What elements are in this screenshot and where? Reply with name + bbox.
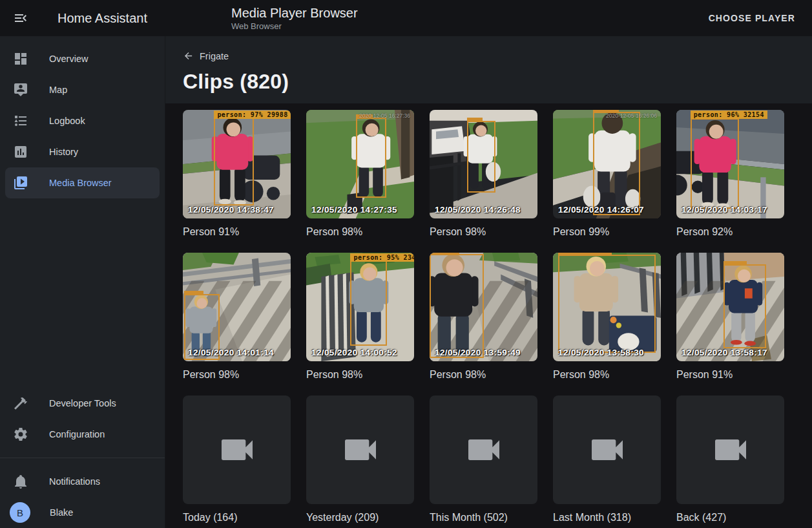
- clip-timestamp: 12/05/2020 14:00:52: [311, 348, 397, 357]
- clip-title: Person 98%: [553, 368, 661, 381]
- detection-tag-small: [430, 253, 459, 254]
- sidebar-item-label: Configuration: [49, 429, 105, 439]
- sidebar-secondary-list: Developer Tools Configuration: [0, 388, 165, 450]
- folder-card-last-month-[interactable]: Last Month (318): [553, 396, 661, 524]
- detection-box: [214, 116, 254, 206]
- clip-card[interactable]: 2020-12-05 16:26:0612/05/2020 14:26:07 P…: [553, 110, 661, 238]
- sidebar-item-notifications[interactable]: Notifications: [5, 466, 160, 497]
- clip-thumbnail: 2020-12-05 16:27:3612/05/2020 14:27:35: [306, 110, 414, 218]
- clip-timestamp: 12/05/2020 14:01:14: [188, 348, 274, 357]
- back-button[interactable]: Frigate: [183, 50, 229, 61]
- detection-tag: person: 95% 23432: [350, 253, 414, 262]
- clip-title: Person 98%: [430, 368, 537, 381]
- clip-timestamp: 12/05/2020 13:58:30: [558, 348, 644, 357]
- sidebar-toggle-icon[interactable]: [13, 10, 28, 26]
- back-label: Frigate: [200, 51, 229, 61]
- clip-thumbnail: 12/05/2020 13:58:30: [553, 253, 661, 361]
- clip-timestamp: 12/05/2020 13:58:17: [682, 348, 767, 357]
- folder-thumbnail: [676, 396, 784, 504]
- clip-card[interactable]: 2020-12-05 16:27:3612/05/2020 14:27:35 P…: [306, 110, 414, 238]
- clip-card[interactable]: 12/05/2020 13:58:30 Person 98%: [553, 253, 661, 381]
- choose-player-button[interactable]: CHOOSE PLAYER: [702, 8, 802, 28]
- sidebar-item-label: Developer Tools: [49, 398, 116, 408]
- sidebar-item-label: Logbook: [49, 116, 85, 126]
- clip-card[interactable]: person: 95% 2343212/05/2020 14:00:52 Per…: [306, 253, 414, 381]
- sidebar-footer-list: NotificationsB Blake: [0, 466, 165, 528]
- detection-tag: person: 97% 29988: [214, 111, 291, 119]
- clip-thumbnail: person: 96% 3215412/05/2020 14:03:17: [676, 110, 784, 218]
- detection-box: [558, 255, 655, 352]
- detection-box: [356, 118, 386, 198]
- folder-label: Today (164): [183, 511, 291, 524]
- detection-box: [467, 121, 495, 193]
- view-dashboard-icon: [13, 51, 28, 67]
- page-title: Media Player Browser: [231, 5, 358, 21]
- clip-thumbnail: 12/05/2020 14:26:48: [430, 110, 537, 218]
- sidebar-item-label: Notifications: [49, 476, 100, 487]
- clip-card[interactable]: 12/05/2020 13:58:17 Person 91%: [676, 253, 784, 381]
- sidebar-item-history[interactable]: History: [5, 136, 160, 167]
- detection-box: [724, 264, 765, 348]
- folder-label: Back (427): [676, 511, 784, 524]
- sidebar-item-media-browser[interactable]: Media Browser: [5, 167, 160, 198]
- clip-title: Person 99%: [553, 226, 661, 238]
- folder-card-yesterday-[interactable]: Yesterday (209): [306, 396, 414, 524]
- sidebar-item-map[interactable]: Map: [5, 74, 160, 105]
- tooltip-account-icon: [13, 82, 28, 98]
- user-avatar: B: [10, 502, 30, 523]
- bell-icon: [13, 474, 28, 489]
- clip-title: Person 98%: [306, 226, 414, 238]
- clip-title: Person 91%: [676, 368, 784, 381]
- detection-tag-small: [724, 261, 747, 264]
- cog-icon: [13, 427, 28, 442]
- clip-title: Person 98%: [430, 226, 537, 238]
- home-assistant-app: Home Assistant Media Player Browser Web …: [0, 0, 812, 528]
- sidebar-spacer: [0, 198, 165, 388]
- clip-title: Person 98%: [306, 368, 414, 381]
- camera-timestamp: 2020-12-05 16:26:06: [606, 112, 657, 119]
- detection-box: [691, 118, 739, 208]
- poll-box-icon: [13, 144, 28, 160]
- sidebar-item-label: Overview: [49, 54, 88, 64]
- clip-card[interactable]: person: 96% 3215412/05/2020 14:03:17 Per…: [676, 110, 784, 238]
- folder-thumbnail: [553, 396, 661, 504]
- clip-title: Person 91%: [183, 226, 291, 238]
- page-header: Media Player Browser Web Browser: [231, 5, 358, 32]
- clip-card[interactable]: 12/05/2020 14:01:14 Person 98%: [183, 253, 291, 381]
- clip-thumbnail: person: 95% 2343212/05/2020 14:00:52: [306, 253, 414, 361]
- clip-card[interactable]: 12/05/2020 13:59:49 Person 98%: [430, 253, 537, 381]
- play-box-multiple-icon: [13, 175, 28, 191]
- sidebar-item-logbook[interactable]: Logbook: [5, 105, 160, 136]
- clip-timestamp: 12/05/2020 14:26:07: [558, 205, 644, 215]
- folder-card-this-month-[interactable]: This Month (502): [430, 396, 537, 524]
- app-shell: Overview Map Logbook History Media Brows…: [0, 36, 812, 528]
- clip-card[interactable]: person: 97% 2998812/05/2020 14:38:47 Per…: [183, 110, 291, 238]
- sidebar-profile[interactable]: B Blake: [5, 497, 160, 528]
- media-browser-panel: Frigate Clips (820) person: 97% 2998812/…: [165, 36, 812, 528]
- folder-label: Yesterday (209): [306, 511, 414, 524]
- page-subtitle: Web Browser: [231, 21, 358, 32]
- sidebar-item-configuration[interactable]: Configuration: [5, 419, 160, 450]
- detection-tag-small: [558, 253, 612, 255]
- browser-body: person: 97% 2998812/05/2020 14:38:47 Per…: [165, 103, 812, 528]
- clip-timestamp: 12/05/2020 14:26:48: [435, 205, 521, 215]
- clip-card[interactable]: 12/05/2020 14:26:48 Person 98%: [430, 110, 537, 238]
- folder-card-back-[interactable]: Back (427): [676, 396, 784, 524]
- media-grid: person: 97% 2998812/05/2020 14:38:47 Per…: [183, 110, 795, 524]
- detection-box: [593, 112, 640, 215]
- hammer-icon: [13, 396, 28, 411]
- folder-card-today-[interactable]: Today (164): [183, 396, 291, 524]
- folder-thumbnail: [306, 396, 414, 504]
- sidebar-item-developer-tools[interactable]: Developer Tools: [5, 388, 160, 419]
- clips-title: Clips (820): [183, 70, 795, 94]
- detection-box: [430, 254, 484, 358]
- video-camera-icon: [340, 429, 381, 470]
- clip-timestamp: 12/05/2020 13:59:49: [435, 348, 521, 357]
- clip-thumbnail: 12/05/2020 14:01:14: [183, 253, 291, 361]
- app-header: Home Assistant Media Player Browser Web …: [0, 0, 812, 36]
- sidebar-main-list: Overview Map Logbook History Media Brows…: [0, 43, 165, 198]
- format-list-icon: [13, 113, 28, 129]
- sidebar-item-overview[interactable]: Overview: [5, 43, 160, 74]
- video-camera-icon: [216, 429, 258, 470]
- video-camera-icon: [587, 429, 628, 470]
